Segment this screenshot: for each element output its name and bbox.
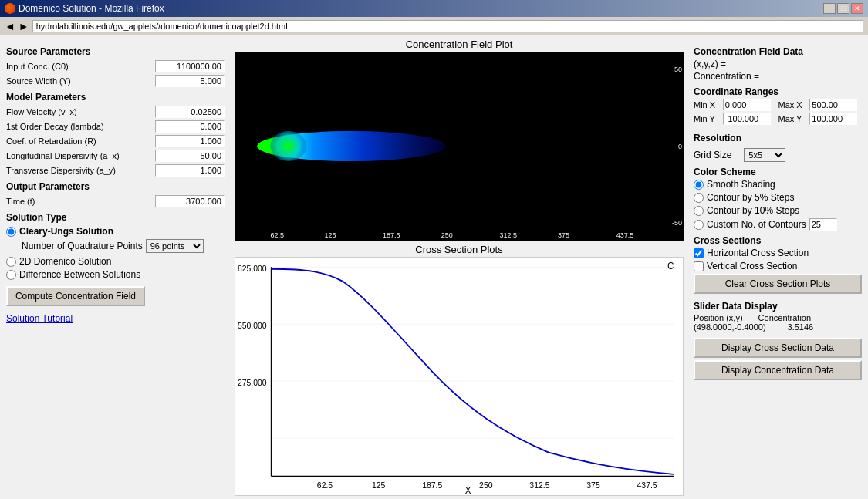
cleary-ungs-row[interactable]: Cleary-Ungs Solution — [6, 226, 225, 237]
domenico-radio[interactable] — [6, 257, 16, 267]
domenico-row[interactable]: 2D Domenico Solution — [6, 256, 225, 267]
smooth-shading-radio[interactable] — [694, 180, 704, 190]
max-x-label: Max X — [778, 100, 806, 110]
output-params-title: Output Parameters — [6, 181, 225, 192]
decay-field[interactable] — [155, 120, 225, 133]
time-field[interactable] — [155, 195, 225, 207]
resolution-row: Resolution — [694, 128, 862, 145]
display-concentration-button[interactable]: Display Concentration Data — [694, 360, 862, 380]
svg-rect-0 — [235, 258, 683, 495]
custom-contour-field[interactable] — [809, 218, 837, 231]
min-x-field[interactable] — [723, 99, 771, 111]
minimize-button[interactable]: _ — [823, 3, 836, 14]
compute-button[interactable]: Compute Concentration Field — [6, 286, 145, 306]
conc-canvas — [235, 52, 684, 241]
slider-data-title: Slider Data Display — [694, 301, 862, 312]
max-y-label: Max Y — [778, 114, 806, 123]
difference-row[interactable]: Difference Between Solutions — [6, 269, 225, 280]
contour-10-radio[interactable] — [694, 206, 704, 216]
position-header: Position (x,y) — [694, 313, 743, 322]
input-conc-row: Input Conc. (C0) — [6, 60, 225, 72]
source-params-title: Source Parameters — [6, 46, 225, 57]
conc-plot-title: Concentration Field Plot — [235, 39, 684, 50]
concentration-plot[interactable]: 50 0 -50 62.5 125 187.5 250 312.5 375 43… — [235, 52, 684, 241]
source-width-field[interactable] — [155, 75, 225, 87]
y-label-0: 0 — [678, 143, 682, 150]
coord-ranges: Min X Max X Min Y Max Y — [694, 99, 862, 125]
y-label-neg50: -50 — [672, 219, 682, 227]
horizontal-cs-label: Horizontal Cross Section — [707, 248, 809, 258]
xyz-label: (x,y,z) = — [694, 59, 862, 69]
svg-text:275,000: 275,000 — [238, 378, 267, 387]
longitudinal-label: Longitudinal Dispersivity (a_x) — [6, 151, 155, 160]
custom-contour-row: Custom No. of Contours — [694, 218, 862, 231]
retardation-field[interactable] — [155, 135, 225, 147]
svg-text:375: 375 — [586, 480, 599, 490]
transverse-label: Transverse Dispersivity (a_y) — [6, 166, 155, 175]
min-y-field[interactable] — [723, 113, 771, 125]
input-conc-field[interactable] — [155, 60, 225, 72]
clear-cross-section-button[interactable]: Clear Cross Section Plots — [694, 274, 862, 294]
smooth-shading-row[interactable]: Smooth Shading — [694, 179, 862, 190]
flow-velocity-field[interactable] — [155, 106, 225, 118]
title-bar-left: Domenico Solution - Mozilla Firefox — [5, 3, 164, 14]
vertical-cs-checkbox[interactable] — [694, 261, 704, 271]
quadrature-select[interactable]: 96 points 8 points 16 points 32 points 6… — [146, 239, 204, 253]
cleary-ungs-radio[interactable] — [6, 227, 16, 237]
grid-size-select[interactable]: 5x5 10x10 20x20 50x50 — [744, 148, 785, 162]
transverse-row: Transverse Dispersivity (a_y) — [6, 164, 225, 177]
plot-container: Concentration Field Plot 50 0 -50 62.5 1… — [235, 39, 684, 496]
flow-velocity-label: Flow Velocity (v_x) — [6, 107, 155, 116]
address-input[interactable] — [32, 20, 863, 32]
solution-type-title: Solution Type — [6, 212, 225, 223]
custom-contour-radio[interactable] — [694, 220, 704, 230]
cross-section-title: Cross Section Plots — [235, 244, 684, 255]
horizontal-cs-checkbox[interactable] — [694, 248, 704, 258]
color-scheme-title: Color Scheme — [694, 167, 862, 177]
x-label-375: 375 — [558, 231, 569, 239]
slider-data-header: Position (x,y) Concentration — [694, 313, 862, 322]
contour-10-row[interactable]: Contour by 10% Steps — [694, 205, 862, 216]
custom-contour-label: Custom No. of Contours — [707, 219, 806, 230]
window-title: Domenico Solution - Mozilla Firefox — [19, 3, 164, 14]
flow-velocity-row: Flow Velocity (v_x) — [6, 106, 225, 118]
vertical-cs-label: Vertical Cross Section — [707, 261, 797, 271]
min-y-label: Min Y — [694, 114, 720, 123]
firefox-icon — [5, 3, 15, 14]
conc-plot-section: Concentration Field Plot 50 0 -50 62.5 1… — [235, 39, 684, 241]
y-label-50: 50 — [674, 66, 682, 73]
source-width-label: Source Width (Y) — [6, 76, 155, 86]
max-y-field[interactable] — [809, 113, 857, 125]
model-params-title: Model Parameters — [6, 92, 225, 103]
maximize-button[interactable]: □ — [837, 3, 849, 14]
svg-text:187.5: 187.5 — [422, 480, 442, 490]
svg-text:550,000: 550,000 — [238, 321, 267, 330]
display-cross-section-button[interactable]: Display Cross Section Data — [694, 338, 862, 358]
svg-text:825,000: 825,000 — [238, 264, 267, 273]
back-icon[interactable]: ◄ — [5, 20, 15, 32]
contour-5-row[interactable]: Contour by 5% Steps — [694, 192, 862, 203]
right-panel: Concentration Field Data (x,y,z) = Conce… — [687, 35, 868, 499]
svg-text:C: C — [667, 260, 674, 271]
title-bar-buttons[interactable]: _ □ ✕ — [823, 3, 863, 14]
difference-radio[interactable] — [6, 270, 16, 280]
cross-section-plot[interactable]: 825,000 550,000 275,000 62.5 125 187.5 2… — [235, 257, 684, 496]
grid-size-label: Grid Size — [694, 150, 731, 160]
forward-icon[interactable]: ► — [19, 20, 29, 32]
max-x-field[interactable] — [809, 99, 857, 111]
close-button[interactable]: ✕ — [851, 3, 863, 14]
x-label-1875: 187.5 — [383, 231, 400, 239]
vertical-cs-row[interactable]: Vertical Cross Section — [694, 261, 862, 271]
horizontal-cs-row[interactable]: Horizontal Cross Section — [694, 248, 862, 258]
address-bar: ◄ ► — [0, 17, 868, 35]
concentration-value: 3.5146 — [788, 322, 814, 332]
transverse-field[interactable] — [155, 164, 225, 177]
solution-tutorial-link[interactable]: Solution Tutorial — [6, 313, 225, 324]
x-label-125: 125 — [324, 231, 336, 239]
source-width-row: Source Width (Y) — [6, 75, 225, 87]
main-content: Source Parameters Input Conc. (C0) Sourc… — [0, 35, 868, 499]
retardation-row: Coef. of Retardation (R) — [6, 135, 225, 147]
contour-5-label: Contour by 5% Steps — [707, 192, 794, 203]
longitudinal-field[interactable] — [155, 150, 225, 162]
contour-5-radio[interactable] — [694, 193, 704, 203]
